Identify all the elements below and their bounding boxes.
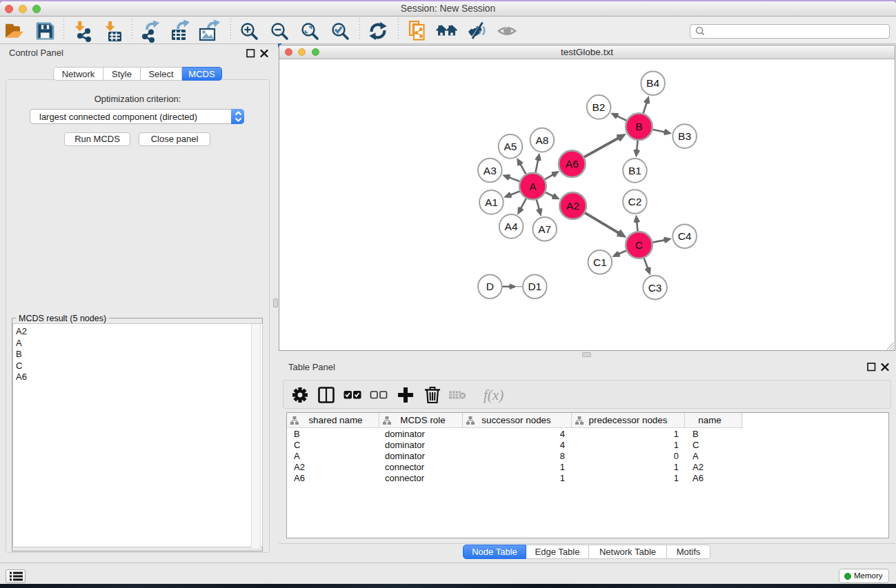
svg-text:C4: C4 <box>678 230 692 242</box>
svg-text:B1: B1 <box>628 165 641 176</box>
svg-text:A1: A1 <box>485 196 498 208</box>
svg-text:B: B <box>635 121 642 132</box>
svg-text:C1: C1 <box>593 256 607 268</box>
svg-text:A: A <box>529 181 537 192</box>
svg-text:B3: B3 <box>678 130 691 142</box>
svg-text:f(x): f(x) <box>484 387 504 403</box>
svg-text:D: D <box>486 281 494 292</box>
svg-text:A2: A2 <box>566 200 579 212</box>
svg-text:D1: D1 <box>528 281 541 292</box>
svg-text:C3: C3 <box>648 282 662 294</box>
svg-text:A7: A7 <box>538 223 551 235</box>
svg-text:A4: A4 <box>505 221 518 232</box>
svg-text:A3: A3 <box>484 165 497 176</box>
svg-text:A8: A8 <box>535 134 548 146</box>
svg-text:A6: A6 <box>566 158 579 170</box>
svg-text:C: C <box>635 239 643 251</box>
svg-text:B4: B4 <box>646 77 659 89</box>
svg-text:A5: A5 <box>504 141 517 152</box>
svg-text:B2: B2 <box>593 101 606 113</box>
svg-text:C2: C2 <box>628 196 641 207</box>
